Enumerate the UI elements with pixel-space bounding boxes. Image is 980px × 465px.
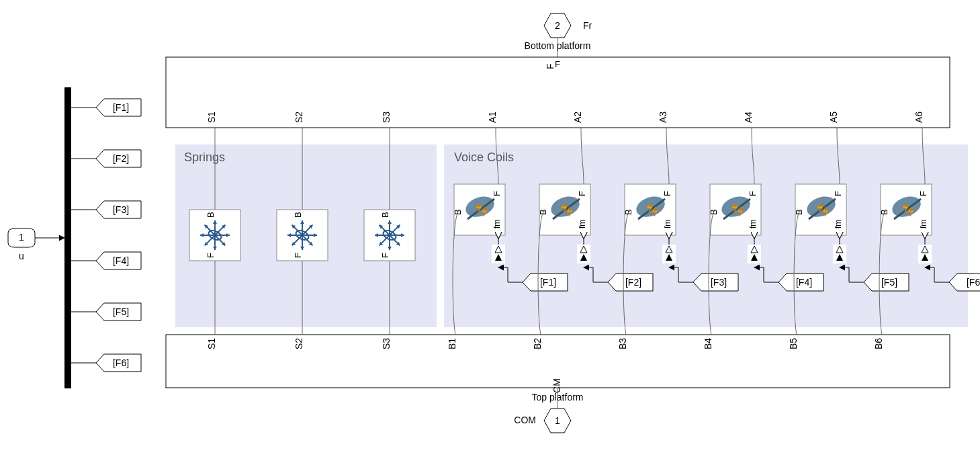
spring-port-b: B [206, 212, 216, 218]
from-tag: [F4] [778, 273, 823, 291]
goto-tag-label: [F1] [113, 102, 129, 113]
goto-tag: [F5] [96, 303, 141, 321]
from-tag: [F2] [608, 273, 653, 291]
voice-coil-icon: BFfm [623, 184, 676, 235]
spring-port-b: B [293, 212, 303, 218]
spring-icon: BF [277, 210, 328, 261]
input-port: 1 u [8, 228, 35, 261]
top-platform-point-port: B1 [447, 338, 457, 349]
spring-icon: BF [189, 210, 240, 261]
bottom-platform-actuator-port: A4 [743, 112, 754, 123]
com-out-label: COM [514, 415, 536, 425]
springs-group-title: Springs [184, 151, 225, 164]
voice-coil-icon: BFfm [453, 184, 505, 235]
vc-port-fm: fm [492, 220, 502, 228]
bottom-platform-actuator-port: A6 [914, 112, 924, 123]
vc-port-f: F [833, 191, 843, 196]
voice-coil-icon: BFfm [538, 184, 590, 235]
spring-port-f: F [293, 253, 303, 258]
voice-coil-icon: BFfm [879, 184, 932, 235]
goto-tag: [F2] [96, 150, 141, 167]
vc-port-f: F [492, 191, 502, 196]
voice-coil-icon: BFfm [709, 184, 761, 235]
top-platform-point-port: B3 [617, 338, 628, 349]
bottom-platform-actuator-port: A2 [572, 112, 583, 123]
from-tag-label: [F6] [967, 277, 980, 288]
goto-tag: [F6] [96, 354, 141, 372]
from-tag: [F5] [864, 273, 909, 291]
from-tag-label: [F4] [796, 277, 812, 288]
bottom-platform-actuator-port: A3 [658, 112, 668, 123]
vc-port-f: F [662, 191, 672, 196]
top-platform-spring-port: S1 [206, 338, 217, 349]
top-platform-point-port: B2 [532, 338, 543, 349]
demux-bar [64, 87, 71, 388]
top-platform-port-label: CM [551, 378, 562, 393]
from-tag: [F3] [693, 273, 738, 291]
top-hex-connector: 2 Fr [544, 13, 592, 38]
from-tag-label: [F5] [881, 277, 897, 288]
top-platform-spring-port: S2 [294, 338, 304, 349]
com-out-hex: 1 [544, 409, 571, 433]
spring-port-f: F [206, 253, 216, 258]
goto-tag-label: [F4] [113, 255, 129, 266]
voice-coils-group-title: Voice Coils [454, 151, 514, 164]
voice-coil-icon: BFfm [794, 184, 846, 235]
from-tag-label: [F2] [625, 277, 641, 288]
vc-port-f: F [748, 191, 758, 196]
com-out-number: 1 [555, 415, 560, 426]
vc-port-f: F [577, 191, 587, 196]
bottom-platform-spring-port: S2 [294, 112, 304, 123]
vc-port-fm: fm [578, 220, 587, 228]
bottom-platform-port-label: F [545, 63, 555, 69]
vc-port-f: F [918, 191, 928, 196]
bottom-platform-actuator-port: A5 [828, 112, 839, 123]
bottom-platform-spring-port: S1 [206, 112, 217, 123]
goto-tag-label: [F3] [113, 204, 129, 215]
goto-tag: [F3] [96, 201, 141, 218]
vc-port-fm: fm [834, 220, 843, 228]
bottom-platform-actuator-port: A1 [487, 112, 498, 123]
top-platform-point-port: B4 [703, 338, 713, 349]
spring-port-f: F [380, 253, 390, 258]
top-hex-label: Fr [583, 20, 592, 31]
voice-coils-group [444, 144, 968, 327]
spring-icon: BF [364, 210, 415, 261]
bottom-platform-spring-port: S3 [381, 112, 392, 123]
goto-tag: [F1] [96, 99, 141, 116]
input-port-number: 1 [19, 232, 24, 243]
vc-port-fm: fm [748, 220, 758, 228]
vc-port-fm: fm [663, 220, 672, 228]
goto-tag-label: [F6] [113, 357, 129, 368]
top-hex-number: 2 [555, 20, 560, 31]
goto-tag: [F4] [96, 252, 141, 269]
top-platform-point-port: B5 [788, 338, 799, 349]
goto-tag-label: [F2] [113, 153, 129, 164]
from-tag-label: [F1] [540, 277, 556, 288]
input-port-label: u [19, 251, 24, 261]
from-tag: [F1] [523, 273, 568, 291]
spring-port-b: B [380, 212, 390, 218]
vc-port-fm: fm [919, 220, 928, 228]
top-platform-spring-port: S3 [381, 338, 392, 349]
goto-tag-label: [F5] [113, 306, 129, 317]
top-platform-point-port: B6 [873, 338, 884, 349]
from-tag-label: [F3] [711, 277, 727, 288]
